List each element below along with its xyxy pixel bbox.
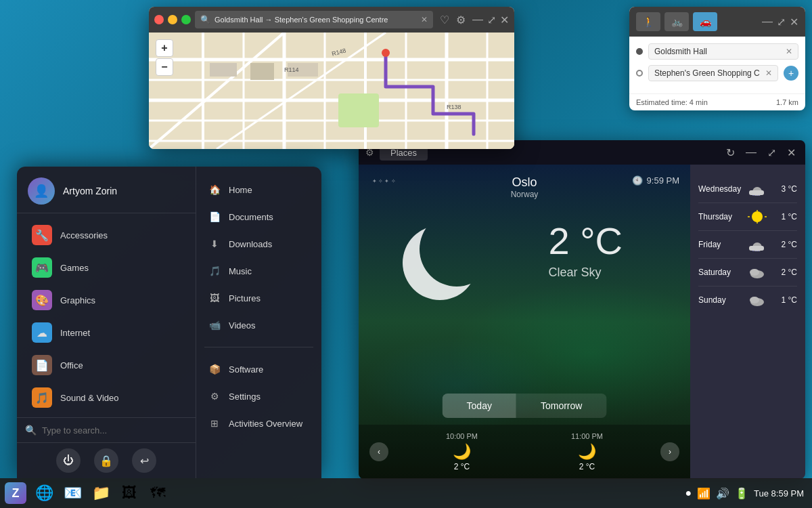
zoom-out-button[interactable]: − xyxy=(156,58,173,76)
internet-icon-box: ☁ xyxy=(32,322,52,343)
walk-mode-button[interactable]: 🚶 xyxy=(636,12,660,31)
zoom-in-button[interactable]: + xyxy=(156,39,173,57)
forecast-temp-4: 1 °C xyxy=(782,295,797,305)
start-user-section: 👤 Artyom Zorin xyxy=(17,167,196,213)
taskbar-maps-button[interactable]: 🗺 xyxy=(145,480,171,506)
zorin-logo-button[interactable]: Z xyxy=(3,480,28,506)
map-zoom-controls: + − xyxy=(156,39,173,76)
taskbar-browser-button[interactable]: 🌐 xyxy=(31,480,57,506)
taskbar-photos-button[interactable]: 🖼 xyxy=(116,480,142,506)
moon-icon xyxy=(399,219,480,307)
forecast-day-name-2: Friday xyxy=(698,240,742,249)
clear-dest-icon[interactable]: ✕ xyxy=(765,68,772,78)
destination-input[interactable]: Stephen's Green Shopping C ✕ xyxy=(648,65,778,81)
hourly-prev-button[interactable]: ‹ xyxy=(369,442,388,461)
tab-tomorrow[interactable]: Tomorrow xyxy=(516,394,606,418)
volume-icon[interactable]: 🔊 xyxy=(716,487,729,500)
road-label-r114: R114 xyxy=(284,66,299,73)
bike-mode-button[interactable]: 🚲 xyxy=(664,12,689,31)
dir-minimize-button[interactable]: — xyxy=(762,16,773,28)
search-input[interactable] xyxy=(42,425,187,436)
sidebar-item-accessories[interactable]: 🔧 Accessories xyxy=(21,219,191,251)
right-item-pictures[interactable]: 🖼 Pictures xyxy=(196,284,321,312)
right-item-software[interactable]: 📦 Software xyxy=(196,356,321,383)
sidebar-item-sound-video[interactable]: 🎵 Sound & Video xyxy=(21,381,191,414)
add-waypoint-button[interactable]: + xyxy=(784,66,798,81)
lock-button[interactable]: 🔒 xyxy=(94,448,118,473)
fullscreen-icon[interactable]: ⤢ xyxy=(487,14,496,26)
software-label: Software xyxy=(229,364,263,375)
car-mode-button[interactable]: 🚗 xyxy=(693,12,717,31)
settings-icon[interactable]: ⚙ xyxy=(456,14,466,26)
sidebar-item-graphics[interactable]: 🎨 Graphics xyxy=(21,284,191,316)
close-win-icon[interactable]: ✕ xyxy=(500,14,509,26)
sound-video-icon: 🎵 xyxy=(35,391,49,404)
directions-header: 🚶 🚲 🚗 — ⤢ ✕ xyxy=(629,7,805,37)
minimize-button[interactable]: – xyxy=(168,15,177,24)
origin-input[interactable]: Goldsmith Hall ✕ xyxy=(648,43,798,60)
weather-window-controls: ↻ — ⤢ ✕ xyxy=(723,146,798,159)
logout-button[interactable]: ↩ xyxy=(132,448,156,473)
wifi-icon[interactable]: 📶 xyxy=(697,487,710,500)
weather-refresh-icon[interactable]: ↻ xyxy=(723,146,738,159)
power-button[interactable]: ⏻ xyxy=(56,448,81,473)
tab-today[interactable]: Today xyxy=(443,394,516,418)
weather-close-icon[interactable]: ✕ xyxy=(784,146,798,159)
hourly-icon-1: 🌙 xyxy=(571,443,603,461)
svg-rect-25 xyxy=(749,190,764,195)
close-button[interactable]: × xyxy=(154,15,164,24)
svg-point-42 xyxy=(750,297,759,303)
home-label: Home xyxy=(229,185,252,195)
start-menu-left: 👤 Artyom Zorin 🔧 Accessories 🎮 Games xyxy=(17,167,196,478)
right-item-downloads[interactable]: ⬇ Downloads xyxy=(196,230,321,257)
hourly-next-button[interactable]: › xyxy=(660,442,679,461)
graphics-icon-box: 🎨 xyxy=(32,290,52,310)
weather-minimize-icon[interactable]: — xyxy=(743,146,759,159)
clear-search-icon[interactable]: ✕ xyxy=(421,15,428,24)
right-item-documents[interactable]: 📄 Documents xyxy=(196,203,321,230)
svg-rect-18 xyxy=(210,63,237,77)
dir-close-button[interactable]: ✕ xyxy=(790,16,798,28)
hourly-items-container: 10:00 PM 🌙 2 °C 11:00 PM 🌙 2 °C xyxy=(399,432,650,471)
taskbar-files-button[interactable]: 📁 xyxy=(88,480,114,506)
svg-rect-17 xyxy=(338,93,379,127)
hourly-temp-0: 2 °C xyxy=(446,462,478,471)
forecast-icon-4 xyxy=(748,293,767,307)
battery-icon[interactable]: 🔋 xyxy=(735,487,748,500)
weather-tabs: Today Tomorrow xyxy=(443,394,607,418)
forecast-wednesday: Wednesday 3 °C xyxy=(698,175,797,203)
map-search-bar[interactable]: 🔍 Goldsmith Hall → Stephen's Green Shopp… xyxy=(195,11,433,28)
accessories-label: Accessories xyxy=(60,230,108,240)
sidebar-item-games[interactable]: 🎮 Games xyxy=(21,251,191,284)
right-item-activities[interactable]: ⊞ Activities Overview xyxy=(196,410,321,437)
office-icon: 📄 xyxy=(35,359,49,372)
sidebar-item-office[interactable]: 📄 Office xyxy=(21,349,191,381)
bookmark-icon[interactable]: ♡ xyxy=(437,14,452,26)
datetime-display[interactable]: Tue 8:59 PM xyxy=(754,488,804,499)
forecast-thursday: Thursday 1 °C xyxy=(698,203,797,231)
documents-icon: 📄 xyxy=(207,209,222,224)
maximize-button[interactable]: + xyxy=(181,15,191,24)
weather-maximize-icon[interactable]: ⤢ xyxy=(765,146,779,159)
forecast-temp-2: 2 °C xyxy=(782,240,797,249)
forecast-temp-3: 2 °C xyxy=(782,268,797,277)
minimize-win-icon[interactable]: — xyxy=(472,14,483,26)
right-item-music[interactable]: 🎵 Music xyxy=(196,257,321,284)
directions-body: Goldsmith Hall ✕ Stephen's Green Shoppin… xyxy=(629,37,805,93)
sidebar-item-internet[interactable]: ☁ Internet xyxy=(21,316,191,349)
right-item-settings[interactable]: ⚙ Settings xyxy=(196,383,321,410)
svg-point-23 xyxy=(403,226,477,300)
dir-maximize-button[interactable]: ⤢ xyxy=(777,16,786,28)
map-search-text: Goldsmith Hall → Stephen's Green Shoppin… xyxy=(215,16,388,24)
accessories-icon: 🔧 xyxy=(35,229,49,242)
pictures-label: Pictures xyxy=(229,293,261,303)
clear-origin-icon[interactable]: ✕ xyxy=(786,47,792,56)
taskbar-email-button[interactable]: 📧 xyxy=(60,480,85,506)
right-item-home[interactable]: 🏠 Home xyxy=(196,176,321,203)
country-name: Norway xyxy=(511,190,539,199)
right-item-videos[interactable]: 📹 Videos xyxy=(196,312,321,339)
start-bottom-buttons: ⏻ 🔒 ↩ xyxy=(17,442,196,478)
games-label: Games xyxy=(60,263,89,273)
hourly-temp-1: 2 °C xyxy=(571,462,603,471)
start-app-list: 🔧 Accessories 🎮 Games 🎨 Graphics xyxy=(17,213,196,417)
